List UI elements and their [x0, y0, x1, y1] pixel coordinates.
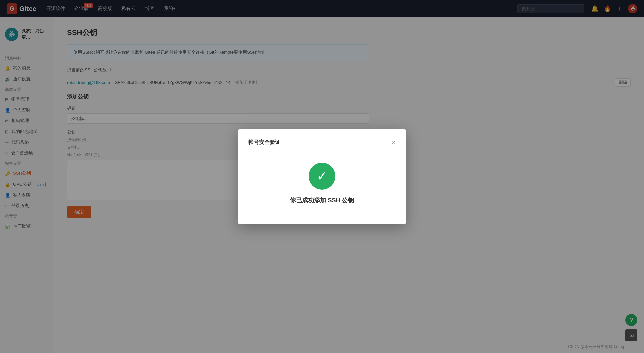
success-text: 你已成功添加 SSH 公钥 — [290, 196, 354, 204]
modal-title: 帐号安全验证 — [248, 139, 280, 146]
modal-overlay: 帐号安全验证 × ✓ 你已成功添加 SSH 公钥 — [0, 0, 644, 353]
modal-body: ✓ 你已成功添加 SSH 公钥 — [248, 156, 396, 214]
modal-header: 帐号安全验证 × — [248, 139, 396, 146]
modal-close-button[interactable]: × — [392, 139, 396, 146]
success-circle: ✓ — [309, 163, 335, 190]
checkmark-icon: ✓ — [317, 170, 327, 183]
success-modal: 帐号安全验证 × ✓ 你已成功添加 SSH 公钥 — [238, 129, 406, 224]
